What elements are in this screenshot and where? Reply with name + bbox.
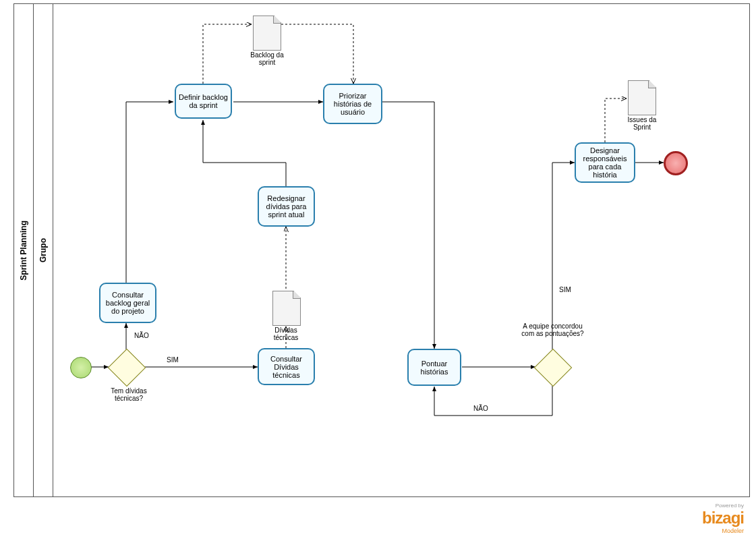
doc-issues-sprint	[628, 80, 656, 115]
label-sim-2: SIM	[559, 286, 571, 293]
bizagi-logo: Powered by bizagi Modeler	[702, 503, 744, 534]
label: Consultar Dívidas técnicas	[262, 355, 311, 379]
label: Designar responsáveis para cada história	[579, 146, 631, 179]
doc-backlog-sprint-label: Backlog da sprint	[243, 51, 291, 66]
task-pontuar: Pontuar histórias	[407, 349, 461, 386]
task-designar: Designar responsáveis para cada história	[575, 142, 635, 183]
task-definir-backlog: Definir backlog da sprint	[175, 84, 232, 119]
gateway-equipe-label: A equipe concordou com as pontuações?	[517, 322, 588, 337]
pool-title: Sprint Planning	[19, 221, 28, 281]
label: Redesignar dívidas para sprint atual	[262, 194, 311, 219]
lane-title: Grupo	[38, 238, 48, 262]
brand-name: bizagi	[702, 509, 744, 528]
gateway-tem-dividas	[108, 349, 146, 387]
doc-dividas-tecnicas-label: Dívidas técnicas	[262, 326, 310, 341]
task-redesignar: Redesignar dívidas para sprint atual	[258, 186, 315, 227]
doc-issues-sprint-label: Issues da Sprint	[618, 116, 666, 131]
gateway-equipe-concordou	[534, 349, 573, 387]
label-sim-1: SIM	[167, 356, 179, 364]
task-consultar-dividas: Consultar Dívidas técnicas	[258, 348, 315, 385]
label: Pontuar histórias	[411, 360, 457, 376]
label: Priorizar histórias de usuário	[327, 92, 378, 116]
pool-title-bar: Sprint Planning	[14, 4, 34, 496]
task-priorizar: Priorizar histórias de usuário	[323, 84, 382, 124]
doc-dividas-tecnicas	[272, 291, 301, 326]
label-nao-1: NÃO	[134, 332, 149, 339]
powered-by: Powered by	[702, 503, 744, 509]
pool: Sprint Planning Grupo	[13, 3, 750, 497]
end-event	[664, 151, 688, 175]
label: Consultar backlog geral do projeto	[103, 291, 152, 315]
flow-arrows	[53, 4, 749, 496]
lane-header: Grupo	[34, 4, 53, 496]
start-event	[70, 357, 92, 378]
modeler-text: Modeler	[702, 528, 744, 534]
gateway-tem-dividas-label: Tem dívidas técnicas?	[102, 387, 156, 402]
task-consultar-backlog: Consultar backlog geral do projeto	[99, 283, 156, 323]
doc-backlog-sprint	[253, 16, 281, 51]
lane-body: Tem dívidas técnicas? A equipe concordou…	[53, 4, 749, 496]
label: Definir backlog da sprint	[179, 93, 228, 109]
label-nao-2: NÃO	[473, 405, 488, 412]
